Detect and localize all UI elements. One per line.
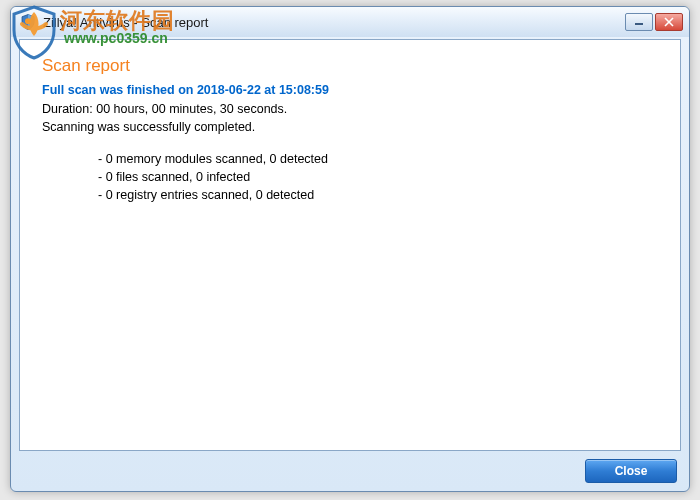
detail-line: - 0 files scanned, 0 infected xyxy=(98,168,662,186)
report-content: Scan report Full scan was finished on 20… xyxy=(20,40,680,214)
client-area: Scan report Full scan was finished on 20… xyxy=(19,39,681,451)
report-heading: Scan report xyxy=(42,54,662,79)
close-window-button[interactable] xyxy=(655,13,683,31)
detail-line: - 0 memory modules scanned, 0 detected xyxy=(98,150,662,168)
app-shield-icon xyxy=(19,13,37,31)
report-status: Scanning was successfully completed. xyxy=(42,118,662,136)
window-title: Zillya! Antivirus - Scan report xyxy=(43,15,625,30)
window-controls xyxy=(625,13,683,31)
report-details: - 0 memory modules scanned, 0 detected -… xyxy=(98,150,662,204)
svg-point-0 xyxy=(25,18,31,24)
svg-rect-1 xyxy=(635,23,643,25)
app-window: Zillya! Antivirus - Scan report Scan rep… xyxy=(10,6,690,492)
footer: Close xyxy=(585,459,677,483)
titlebar[interactable]: Zillya! Antivirus - Scan report xyxy=(11,7,689,37)
report-duration: Duration: 00 hours, 00 minutes, 30 secon… xyxy=(42,100,662,118)
detail-line: - 0 registry entries scanned, 0 detected xyxy=(98,186,662,204)
close-button[interactable]: Close xyxy=(585,459,677,483)
minimize-button[interactable] xyxy=(625,13,653,31)
report-finished-line: Full scan was finished on 2018-06-22 at … xyxy=(42,81,662,99)
